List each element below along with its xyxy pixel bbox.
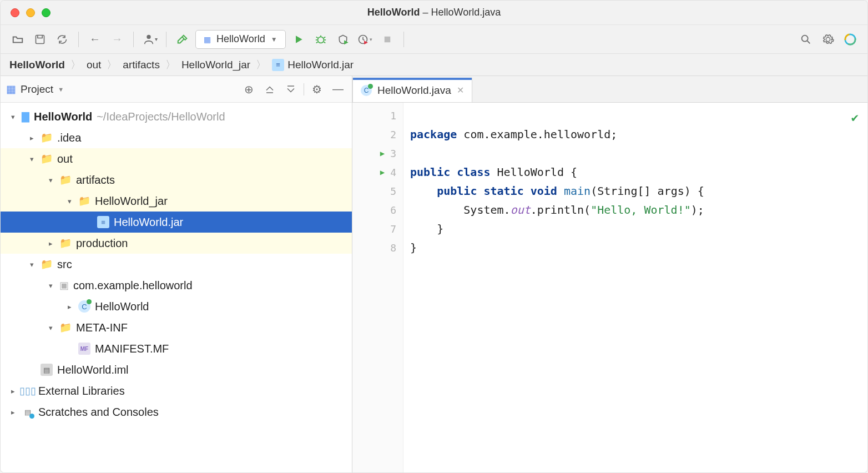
line-number[interactable]: 8 xyxy=(352,238,403,257)
chevron-right-icon: 〉 xyxy=(70,58,81,72)
chevron-down-icon[interactable]: ▾ xyxy=(46,176,55,184)
tree-item-scratches[interactable]: ▸ ▤ Scratches and Consoles xyxy=(1,401,352,422)
sync-icon[interactable] xyxy=(53,30,72,49)
save-icon[interactable] xyxy=(31,30,49,49)
profiler-icon[interactable]: ▶▾ xyxy=(356,30,375,49)
folder-icon: 📁 xyxy=(41,132,53,144)
breadcrumb: HelloWorld 〉 out 〉 artifacts 〉 HelloWorl… xyxy=(1,54,867,76)
coverage-icon[interactable]: ▶ xyxy=(334,30,352,49)
jar-icon: ≡ xyxy=(272,59,284,71)
locate-file-icon[interactable]: ⊕ xyxy=(240,81,257,98)
tree-item-class[interactable]: ▸ C HelloWorld xyxy=(1,296,352,317)
chevron-right-icon[interactable]: ▸ xyxy=(65,303,74,311)
tree-item-external-libs[interactable]: ▸ ▯▯▯ External Libraries xyxy=(1,380,352,401)
hide-sidebar-icon[interactable]: — xyxy=(330,81,346,98)
tree-item-artifacts[interactable]: ▾ 📁 artifacts xyxy=(1,169,352,190)
line-number[interactable]: ▶3 xyxy=(352,144,403,163)
vcs-icon[interactable]: ▾ xyxy=(140,30,159,49)
java-class-icon: C xyxy=(361,85,372,96)
tree-item-manifest[interactable]: ▾ MF MANIFEST.MF xyxy=(1,338,352,359)
open-file-icon[interactable] xyxy=(8,30,27,49)
chevron-down-icon[interactable]: ▾ xyxy=(27,260,36,269)
line-number[interactable]: 1 xyxy=(352,106,403,125)
scratches-icon: ▤ xyxy=(22,406,34,418)
breadcrumb-item[interactable]: HelloWorld xyxy=(9,59,65,71)
back-arrow-icon[interactable]: ← xyxy=(85,30,104,49)
folder-icon: 📁 xyxy=(59,321,72,334)
build-hammer-icon[interactable] xyxy=(173,30,192,49)
chevron-right-icon[interactable]: ▸ xyxy=(8,387,17,395)
svg-point-1 xyxy=(147,34,150,38)
line-number[interactable]: 7 xyxy=(352,219,403,238)
toolbar-separator xyxy=(403,32,404,47)
chevron-down-icon[interactable]: ▾ xyxy=(27,155,36,163)
source-folder-icon: 📁 xyxy=(41,258,53,270)
tree-item-production[interactable]: ▸ 📁 production xyxy=(1,233,352,254)
tree-item-jar[interactable]: ▾ ≡ HelloWorld.jar xyxy=(1,212,352,233)
folder-icon: 📁 xyxy=(78,195,90,207)
config-icon: ▦ xyxy=(204,35,211,44)
tree-item-jar-dir[interactable]: ▾ 📁 HelloWorld_jar xyxy=(1,190,352,212)
tree-item-idea[interactable]: ▸ 📁 .idea xyxy=(1,127,352,148)
module-folder-icon: ▇ xyxy=(22,110,29,123)
tree-item-package[interactable]: ▾ ▣ com.example.helloworld xyxy=(1,275,352,296)
tree-root[interactable]: ▾ ▇ HelloWorld~/IdeaProjects/HelloWorld xyxy=(1,106,352,127)
chevron-right-icon[interactable]: ▸ xyxy=(27,134,36,142)
expand-all-icon[interactable] xyxy=(261,81,278,98)
debug-bug-icon[interactable] xyxy=(311,30,330,49)
tree-item-meta-inf[interactable]: ▾ 📁 META-INF xyxy=(1,317,352,338)
close-tab-icon[interactable]: ✕ xyxy=(457,85,464,95)
chevron-down-icon[interactable]: ▾ xyxy=(46,324,55,332)
gutter: 1 2 ▶3 ▶4 5 6 7 8 xyxy=(352,103,403,473)
tree-item-iml[interactable]: ▾ ▤ HelloWorld.iml xyxy=(1,359,352,380)
stop-icon[interactable] xyxy=(378,30,397,49)
chevron-right-icon: 〉 xyxy=(256,58,266,72)
chevron-down-icon[interactable]: ▾ xyxy=(46,281,55,290)
tab-label: HelloWorld.java xyxy=(377,84,451,97)
libraries-icon: ▯▯▯ xyxy=(22,385,34,397)
breadcrumb-item[interactable]: out xyxy=(87,59,101,71)
code-area: 1 2 ▶3 ▶4 5 6 7 8 package com.example.he… xyxy=(352,103,867,473)
folder-icon: 📁 xyxy=(59,174,72,186)
toolbar-separator xyxy=(78,32,79,47)
settings-gear-icon[interactable] xyxy=(819,30,837,49)
line-number[interactable]: ▶4 xyxy=(352,163,403,182)
project-view-selector[interactable]: ▦ Project ▼ xyxy=(6,83,64,95)
run-play-icon[interactable] xyxy=(289,30,308,49)
jar-icon: ≡ xyxy=(97,216,109,228)
search-icon[interactable] xyxy=(796,30,815,49)
chevron-down-icon: ▼ xyxy=(271,36,277,43)
tree-item-src[interactable]: ▾ 📁 src xyxy=(1,254,352,275)
project-tree: ▾ ▇ HelloWorld~/IdeaProjects/HelloWorld … xyxy=(1,103,352,473)
editor-tab[interactable]: C HelloWorld.java ✕ xyxy=(352,78,472,102)
breadcrumb-item[interactable]: HelloWorld_jar xyxy=(181,59,250,71)
chevron-down-icon[interactable]: ▾ xyxy=(65,197,74,205)
package-icon: ▣ xyxy=(59,279,69,291)
titlebar: HelloWorld – HelloWorld.java xyxy=(1,1,867,25)
chevron-right-icon[interactable]: ▸ xyxy=(46,239,55,248)
svg-point-5 xyxy=(802,35,808,41)
jetbrains-logo-icon[interactable] xyxy=(841,30,860,49)
run-gutter-icon[interactable]: ▶ xyxy=(380,168,385,177)
breadcrumb-item[interactable]: ≡ HelloWorld.jar xyxy=(272,59,354,71)
run-gutter-icon[interactable]: ▶ xyxy=(380,149,385,158)
chevron-right-icon[interactable]: ▸ xyxy=(8,408,17,416)
line-number[interactable]: 6 xyxy=(352,200,403,219)
chevron-right-icon: 〉 xyxy=(165,58,176,72)
collapse-all-icon[interactable] xyxy=(282,81,299,98)
chevron-down-icon[interactable]: ▾ xyxy=(8,113,17,121)
chevron-right-icon: 〉 xyxy=(107,58,117,72)
forward-arrow-icon[interactable]: → xyxy=(108,30,127,49)
svg-rect-4 xyxy=(384,36,390,42)
run-config-selector[interactable]: ▦ HelloWorld ▼ xyxy=(195,30,286,49)
window-title: HelloWorld – HelloWorld.java xyxy=(1,7,867,18)
line-number[interactable]: 5 xyxy=(352,182,403,200)
code-text[interactable]: package com.example.helloworld; public c… xyxy=(403,103,867,473)
line-number[interactable]: 2 xyxy=(352,125,403,144)
analysis-ok-icon[interactable]: ✔ xyxy=(851,108,859,127)
tree-item-out[interactable]: ▾ 📁 out xyxy=(1,148,352,169)
editor-pane: C HelloWorld.java ✕ 1 2 ▶3 ▶4 5 6 7 8 pa… xyxy=(352,76,867,473)
breadcrumb-item[interactable]: artifacts xyxy=(123,59,160,71)
sidebar-settings-gear-icon[interactable]: ⚙ xyxy=(309,81,325,98)
java-class-icon: C xyxy=(78,300,90,313)
